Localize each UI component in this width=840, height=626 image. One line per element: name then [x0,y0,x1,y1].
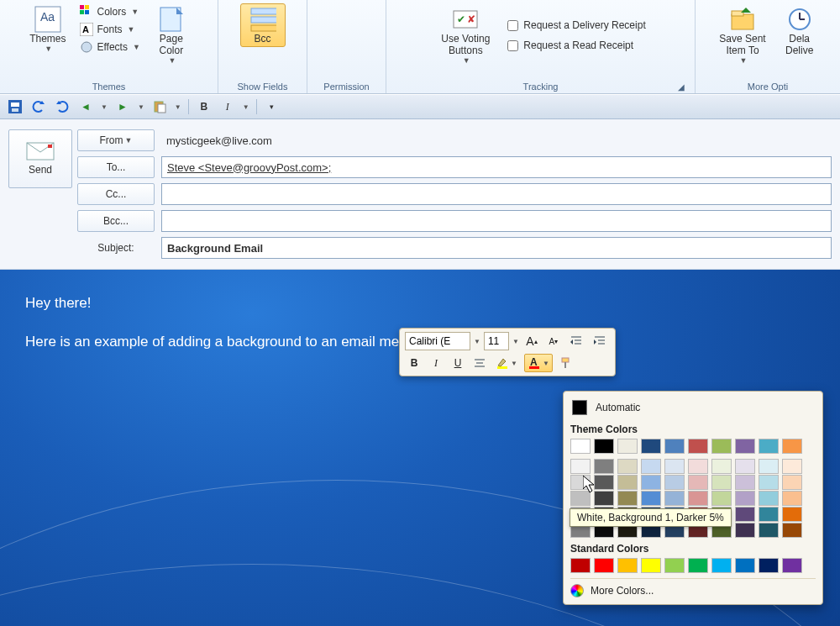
color-swatch[interactable] [570,558,591,573]
fonts-button[interactable]: A Fonts▼ [76,21,143,38]
color-swatch[interactable] [617,491,638,506]
bcc-button[interactable]: Bcc [240,3,286,47]
color-swatch[interactable] [711,439,732,454]
tracking-dialog-launcher[interactable]: ◢ [676,82,686,92]
mini-center-button[interactable] [470,354,489,372]
color-swatch[interactable] [594,459,614,474]
italic-dropdown-icon[interactable]: ▼ [243,103,249,111]
read-receipt-input[interactable] [507,40,518,51]
save-button[interactable] [7,98,24,115]
automatic-row[interactable]: Automatic [570,397,816,422]
color-swatch[interactable] [641,491,661,506]
color-swatch[interactable] [711,459,732,474]
mini-italic-button[interactable]: I [427,354,445,372]
delivery-receipt-checkbox[interactable]: Request a Delivery Receipt [507,18,645,33]
more-colors-row[interactable]: More Colors... [570,578,816,597]
color-swatch[interactable] [688,558,708,573]
color-swatch[interactable] [664,491,685,506]
color-swatch[interactable] [594,558,614,573]
color-swatch[interactable] [641,439,661,454]
increase-indent-button[interactable] [590,332,610,350]
color-swatch[interactable] [782,507,802,522]
bcc-field-button[interactable]: Bcc... [77,210,155,232]
color-swatch[interactable] [617,439,638,454]
read-receipt-checkbox[interactable]: Request a Read Receipt [507,38,645,53]
color-swatch[interactable] [641,475,661,490]
color-swatch[interactable] [594,475,614,490]
italic-button[interactable]: I [219,98,236,115]
decrease-indent-button[interactable] [566,332,586,350]
color-swatch[interactable] [570,475,591,490]
color-swatch[interactable] [735,459,755,474]
color-swatch[interactable] [759,459,779,474]
color-swatch[interactable] [759,439,779,454]
to-button[interactable]: To... [77,156,155,178]
format-painter-button[interactable] [556,354,576,372]
color-swatch[interactable] [735,507,755,522]
mini-underline-button[interactable]: U [449,354,467,372]
redo-button[interactable] [54,98,71,115]
color-swatch[interactable] [641,558,661,573]
color-swatch[interactable] [759,491,779,506]
color-swatch[interactable] [688,475,708,490]
font-name-input[interactable] [405,332,470,350]
color-swatch[interactable] [641,459,661,474]
color-swatch[interactable] [782,523,802,538]
color-swatch[interactable] [664,558,685,573]
page-color-button[interactable]: Page Color ▼ [149,3,194,67]
color-swatch[interactable] [664,459,685,474]
to-input[interactable]: Steve <Steve@groovyPost.com>; [161,156,832,178]
color-swatch[interactable] [688,439,708,454]
grow-font-button[interactable]: A▴ [522,332,541,350]
next-button[interactable]: ► [114,98,131,115]
mini-bold-button[interactable]: B [405,354,423,372]
paste-dropdown-icon[interactable]: ▼ [175,103,181,111]
font-size-input[interactable] [484,332,509,350]
color-swatch[interactable] [735,523,755,538]
color-swatch[interactable] [664,439,685,454]
highlight-button[interactable]: ▼ [492,354,521,372]
color-swatch[interactable] [570,459,591,474]
color-swatch[interactable] [782,439,802,454]
prev-dropdown-icon[interactable]: ▼ [101,103,108,111]
color-swatch[interactable] [617,459,638,474]
color-swatch[interactable] [711,491,732,506]
delay-delivery-button[interactable]: Dela Delive [777,3,822,59]
previous-button[interactable]: ◄ [77,98,94,115]
color-swatch[interactable] [782,475,802,490]
save-sent-button[interactable]: Save Sent Item To ▼ [713,3,771,67]
shrink-font-button[interactable]: A▾ [544,332,563,350]
color-swatch[interactable] [735,439,755,454]
color-swatch[interactable] [782,459,802,474]
next-dropdown-icon[interactable]: ▼ [138,103,144,111]
color-swatch[interactable] [617,558,638,573]
color-swatch[interactable] [759,558,779,573]
color-swatch[interactable] [759,523,779,538]
size-dropdown-icon[interactable]: ▼ [512,338,519,345]
themes-button[interactable]: Aa Themes ▼ [24,3,71,55]
cc-button[interactable]: Cc... [77,183,155,205]
qat-customize-button[interactable]: ▾ [264,98,281,115]
delivery-receipt-input[interactable] [507,20,518,31]
color-swatch[interactable] [594,439,614,454]
paste-button[interactable] [151,98,168,115]
voting-button[interactable]: ✔✘ Use Voting Buttons ▼ [435,3,496,67]
color-swatch[interactable] [570,491,591,506]
from-button[interactable]: From ▼ [77,129,155,151]
color-swatch[interactable] [594,491,614,506]
color-swatch[interactable] [735,558,755,573]
bcc-input[interactable] [161,210,832,232]
color-swatch[interactable] [617,475,638,490]
color-swatch[interactable] [759,475,779,490]
color-swatch[interactable] [711,475,732,490]
color-swatch[interactable] [570,439,591,454]
color-swatch[interactable] [782,558,802,573]
bold-button[interactable]: B [196,98,213,115]
font-dropdown-icon[interactable]: ▼ [474,338,480,345]
color-swatch[interactable] [688,459,708,474]
color-swatch[interactable] [664,475,685,490]
cc-input[interactable] [161,183,832,205]
color-swatch[interactable] [688,491,708,506]
color-swatch[interactable] [759,507,779,522]
subject-input[interactable]: Background Email [161,237,832,259]
